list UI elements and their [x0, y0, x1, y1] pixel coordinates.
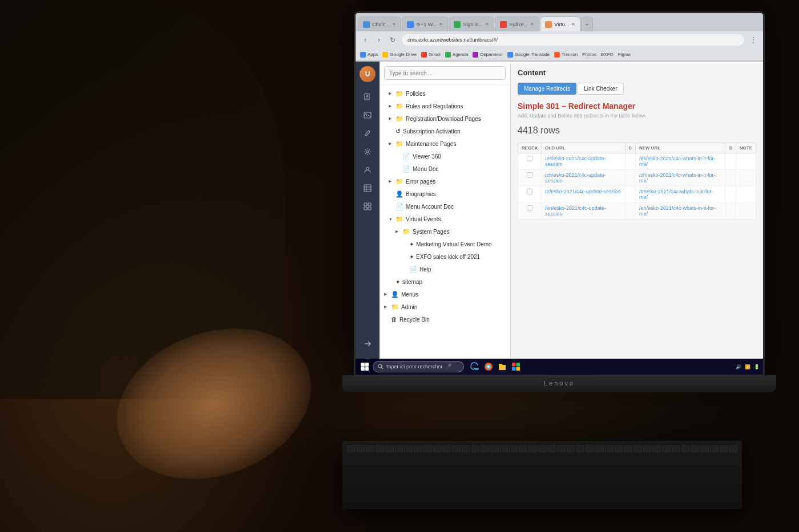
gmail-icon: [421, 52, 427, 58]
tree-item-maintenance[interactable]: ▶ 📁 Maintenance Pages: [380, 137, 510, 150]
checkbox-2[interactable]: [527, 172, 532, 178]
tree-label-admin: Admin: [401, 304, 506, 310]
tree-label-sitemap: sitemap: [402, 279, 506, 285]
tab-manage-redirects[interactable]: Manage Redirects: [518, 83, 576, 95]
win-quad-4: [365, 367, 369, 371]
win-quad-2: [365, 363, 369, 367]
tab-link-checker[interactable]: Link Checker: [578, 83, 623, 95]
bookmark-gmail[interactable]: Gmail: [421, 52, 441, 58]
taskbar-app-store[interactable]: [510, 360, 522, 373]
tree-item-recyclebin[interactable]: ▶ 🗑 Recycle Bin: [380, 313, 510, 326]
sidebar-icon-grid[interactable]: [358, 198, 377, 214]
tree-item-subscription[interactable]: ▶ ↺ Subscription Activation: [380, 125, 510, 137]
row3-checkbox[interactable]: [518, 186, 542, 203]
tree-item-menus[interactable]: ▶ 👤 Menus: [380, 288, 510, 300]
tree-item-menuaccount[interactable]: ▶ 📄 Menu Account Doc: [380, 200, 510, 213]
tree-item-policies[interactable]: ▶ 📁 Policies: [380, 87, 510, 100]
tree-item-registration[interactable]: ▶ 📁 Registration/Download Pages: [380, 112, 510, 125]
tree-icon-exfosales: ✦: [409, 254, 414, 260]
tree-label-marketing: Marketing Virtual Event Demo: [416, 241, 506, 247]
bookmark-depanneur[interactable]: Dépanneur: [473, 52, 503, 58]
svg-rect-14: [364, 207, 367, 210]
tree-item-menudoc[interactable]: ▶ 📄 Menu Doc: [380, 163, 510, 175]
bookmark-drive[interactable]: Google Drive: [382, 52, 417, 58]
row2-checkbox[interactable]: [518, 170, 542, 186]
row3-s: [625, 186, 635, 203]
checkbox-3[interactable]: [527, 189, 532, 194]
row2-old-url: /zh/esko-2021/c4c-update-session: [542, 170, 626, 186]
taskbar-app-edge[interactable]: [469, 360, 481, 373]
tab-label-2: Sign in...: [463, 22, 483, 27]
bookmark-photos[interactable]: Photos: [582, 52, 596, 57]
checkbox-4[interactable]: [527, 205, 532, 211]
bookmark-translate[interactable]: Google Translate: [507, 52, 550, 58]
microphone-icon[interactable]: 🎤: [445, 364, 451, 369]
svg-point-18: [378, 364, 382, 368]
tab-close-1[interactable]: ✕: [439, 22, 443, 27]
bookmark-trinison[interactable]: Trinison: [554, 52, 578, 58]
sidebar-icon-wrench[interactable]: [358, 125, 377, 141]
tree-item-viewer360[interactable]: ▶ 📄 Viewer 360: [380, 150, 510, 163]
taskbar-search[interactable]: Taper ici pour rechercher 🎤: [373, 361, 464, 372]
back-button[interactable]: ‹: [360, 35, 370, 45]
bookmark-label-depanneur: Dépanneur: [480, 52, 503, 57]
tree-item-errorpages[interactable]: ▶ 📁 Error pages: [380, 175, 510, 188]
sidebar-icon-table[interactable]: [358, 180, 377, 196]
browser-tab-3[interactable]: Pull re... ✕: [495, 17, 539, 31]
redirect-manager-title: Simple 301 – Redirect Manager: [518, 101, 756, 111]
tree-search-input[interactable]: [384, 66, 506, 80]
row1-note: [736, 153, 756, 170]
tab-close-2[interactable]: ✕: [485, 22, 489, 27]
bookmark-figma[interactable]: Figma: [618, 52, 631, 57]
row3-s2: [725, 186, 736, 203]
tree-arrow-admin: ▶: [384, 304, 389, 309]
bookmark-label-agenda: Agenda: [453, 52, 469, 57]
forward-button[interactable]: ›: [374, 35, 384, 45]
browser-tab-4[interactable]: Virtu... ✕: [540, 17, 580, 31]
tree-item-marketing[interactable]: ▶ ✦ Marketing Virtual Event Demo: [380, 238, 510, 250]
tree-item-rules[interactable]: ▶ 📁 Rules and Regulations: [380, 100, 510, 112]
reload-button[interactable]: ↻: [388, 35, 398, 45]
browser-tab-2[interactable]: Sign in... ✕: [449, 17, 494, 31]
extensions-button[interactable]: ⋮: [748, 35, 758, 45]
tab-close-4[interactable]: ✕: [571, 22, 575, 27]
browser-tab-5[interactable]: +: [581, 17, 592, 31]
taskbar-apps: [469, 360, 522, 373]
row1-checkbox[interactable]: [518, 153, 542, 170]
tree-item-biographies[interactable]: ▶ 👤 Biographies: [380, 188, 510, 200]
tree-item-exfosales[interactable]: ▶ ✦ EXFO sales kick off 2021: [380, 250, 510, 263]
tree-label-viewer360: Viewer 360: [413, 153, 506, 160]
browser-tab-1[interactable]: ⊕+1 W... ✕: [402, 17, 448, 31]
sidebar-icon-arrow-right[interactable]: [358, 336, 377, 352]
tab-label-1: ⊕+1 W...: [416, 22, 437, 27]
taskbar-app-files[interactable]: [496, 360, 509, 373]
address-bar[interactable]: cms.exfo.azurewebsites.net/umbracs/#/: [401, 34, 745, 46]
tree-arrow-maintenance: ▶: [389, 141, 393, 146]
bookmark-agenda[interactable]: Agenda: [445, 52, 469, 58]
sidebar-icon-image[interactable]: [358, 107, 377, 123]
sidebar-icon-document[interactable]: [358, 89, 377, 105]
tree-arrow-virtualevents: ▼: [389, 217, 393, 221]
sidebar-icon-settings[interactable]: [358, 144, 377, 160]
tree-item-systempages[interactable]: ▶ 📁 System Pages: [380, 225, 510, 238]
taskbar-start[interactable]: [359, 361, 370, 372]
taskbar-app-firefox[interactable]: [482, 360, 495, 373]
row4-checkbox[interactable]: [518, 203, 542, 220]
tree-item-help[interactable]: ▶ 📄 Help •••: [380, 263, 510, 275]
tree-label-help: Help: [419, 266, 497, 273]
bookmark-label-trinison: Trinison: [562, 52, 578, 57]
checkbox-1[interactable]: [527, 156, 532, 161]
tree-item-admin[interactable]: ▶ 📁 Admin: [380, 300, 510, 313]
tree-folder-rules: 📁: [396, 103, 403, 110]
tree-folder-virtualevents: 📁: [396, 216, 403, 223]
browser-tab-0[interactable]: Chain... ✕: [358, 17, 401, 31]
redirect-manager-desc: Add, Update and Delete 301 redirects in …: [518, 113, 756, 119]
bookmark-apps[interactable]: Apps: [360, 52, 378, 58]
tree-item-virtualevents[interactable]: ▼ 📁 Virtual Events: [380, 213, 510, 225]
tab-close-3[interactable]: ✕: [530, 22, 534, 27]
sidebar-icon-person[interactable]: [358, 162, 377, 178]
bookmark-exfo[interactable]: EXFO: [601, 52, 614, 57]
svg-rect-12: [364, 203, 367, 206]
tab-close-0[interactable]: ✕: [392, 22, 396, 27]
tree-item-sitemap[interactable]: ▶ ✦ sitemap: [380, 275, 510, 288]
